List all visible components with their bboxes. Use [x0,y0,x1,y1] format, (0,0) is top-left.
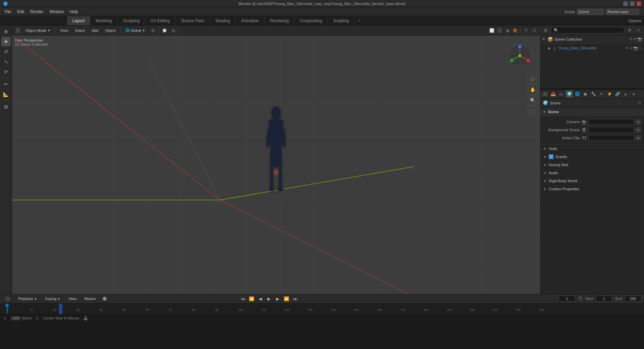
shading-solid[interactable]: ⬛ [496,27,503,34]
object-menu[interactable]: Object [102,28,118,33]
tab-add[interactable]: + [355,16,364,25]
active-clip-value[interactable] [588,135,634,141]
props-tab-world[interactable]: 🌐 [574,90,581,98]
maximize-button[interactable]: □ [630,1,635,6]
close-button[interactable]: ✕ [637,1,641,6]
hand-pan-btn[interactable]: ✋ [528,85,537,94]
select-menu[interactable]: Select [72,28,88,33]
jump-to-end-btn[interactable]: ⏭ [291,295,299,302]
pivot-icon[interactable]: ⊙ [149,27,157,34]
props-tab-data[interactable]: ▲ [622,90,629,98]
menu-render[interactable]: Render [28,9,46,15]
props-tab-scene[interactable]: 🌍 [566,90,573,98]
minimize-button[interactable]: ─ [623,1,628,6]
playback-menu[interactable]: Playback ▼ [15,296,40,301]
render-icon-coll[interactable]: 📷 [637,37,642,41]
props-header-edit[interactable]: ✏ [638,101,641,105]
camera-value[interactable] [588,119,634,125]
menu-help[interactable]: Help [67,9,81,15]
props-tab-particles[interactable]: ✦ [598,90,605,98]
tab-compositing[interactable]: Compositing [294,16,328,25]
cursor-icon-coll[interactable]: ⊕ [634,37,637,41]
overlay-icon[interactable]: ▽ [522,27,530,34]
menu-file[interactable]: File [2,9,14,15]
shading-wireframe[interactable]: ⬜ [488,27,495,34]
menu-window[interactable]: Window [47,9,66,15]
start-frame-field[interactable] [596,296,612,302]
tab-layout[interactable]: Layout [67,16,90,25]
section-units[interactable]: ▶ Units [540,145,644,153]
transform-global[interactable]: 🌐 Global ▼ [123,28,148,33]
bg-scene-edit[interactable]: ✏ [635,127,641,133]
tool-cursor[interactable]: ⊕ [1,27,11,36]
tool-measure[interactable]: 📐 [1,90,11,99]
snap-icon[interactable]: 🔲 [161,27,168,34]
end-frame-field[interactable] [625,296,641,302]
section-rigid-body[interactable]: ▶ Rigid Body World [540,177,644,185]
props-tab-viewlayer[interactable]: 🗂 [557,90,565,98]
3d-viewport[interactable]: ⬛ Object Mode ▼ View Select Add Object 🌐… [12,26,540,294]
add-menu[interactable]: Add [89,28,101,33]
section-audio[interactable]: ▶ Audio [540,169,644,177]
obj-extra-icon[interactable]: ⬡ [639,46,642,50]
gravity-checkbox[interactable]: ✓ [549,154,553,159]
active-clip-edit[interactable]: ✏ [635,135,641,141]
tool-transform[interactable]: ⟳ [1,67,11,77]
sync-indicator[interactable] [103,297,107,301]
props-tab-material[interactable]: ● [630,90,637,98]
shading-material[interactable]: ◑ [503,27,511,34]
tab-scripting[interactable]: Scripting [328,16,355,25]
tool-add[interactable]: ⊞ [1,102,11,111]
props-tab-physics[interactable]: ⚡ [606,90,613,98]
keying-menu[interactable]: Keying ▼ [43,296,63,301]
scene-collection-row[interactable]: ▼ 📦 Scene Collection 👁 ⊕ 📷 [540,35,644,44]
tab-rendering[interactable]: Rendering [265,16,294,25]
object-mode-selector[interactable]: Object Mode ▼ [23,28,53,33]
render-layer-selector[interactable]: RenderLayer [606,9,639,15]
scene-selector[interactable]: Scene [577,9,604,15]
jump-to-start-btn[interactable]: ⏮ [239,295,247,302]
view-menu-timeline[interactable]: View [66,296,79,301]
props-tab-modifier[interactable]: 🔧 [590,90,597,98]
props-tab-object[interactable]: ◼ [582,90,589,98]
section-gravity[interactable]: ▶ ✓ Gravity [540,153,644,161]
outliner-filter-icon[interactable]: ⚙ [626,27,633,34]
perspective-btn[interactable]: ⬚ [528,106,537,116]
bg-scene-value[interactable] [588,127,634,133]
options-btn[interactable]: Options [629,19,641,23]
zoom-btn[interactable]: 🔍 [528,96,537,105]
viewport-gizmo[interactable]: Z X Y [506,42,533,69]
shading-rendered[interactable]: 🔆 [511,27,519,34]
view-menu[interactable]: View [57,28,71,33]
xray-icon[interactable]: ☐ [531,27,538,34]
tool-annotate[interactable]: ✏ [1,80,11,89]
editor-type-icon[interactable]: ⬛ [14,27,21,34]
scene-section-header[interactable]: ▼ Scene [540,107,644,116]
outliner-search[interactable] [551,27,625,34]
object-item-young-man[interactable]: ▶ △ Young_Man_Silhouette 👁 ⊕ 📷 ⬡ [540,44,644,52]
props-tab-output[interactable]: 📤 [549,90,557,98]
marker-menu[interactable]: Marker [82,296,99,301]
camera-edit-btn[interactable]: ✏ [635,119,641,125]
tool-move[interactable]: ✛ [1,37,11,46]
props-tab-constraints[interactable]: 🔗 [614,90,621,98]
proportional-edit-icon[interactable]: ◎ [170,27,177,34]
tool-rotate[interactable]: ↺ [1,47,11,56]
tab-texture-paint[interactable]: Texture Paint [175,16,210,25]
next-frame-btn[interactable]: ▶ [274,295,281,302]
tab-shading[interactable]: Shading [210,16,236,25]
prev-keyframe-btn[interactable]: ⏪ [248,295,255,302]
timeline-scrubber[interactable]: 1 10 20 30 40 50 60 70 80 90 100 110 120… [0,304,644,314]
outliner-options-icon[interactable]: ≡ [635,27,642,34]
tab-sculpting[interactable]: Sculpting [118,16,145,25]
outliner-editor-icon[interactable]: ⊞ [542,27,549,34]
props-tab-render[interactable]: 🎥 [541,90,549,98]
tab-animation[interactable]: Animation [236,16,265,25]
play-btn[interactable]: ▶ [265,295,273,302]
window-controls[interactable]: ─ □ ✕ [623,1,641,6]
next-keyframe-btn[interactable]: ⏩ [283,295,290,302]
section-custom-props[interactable]: ▶ Custom Properties [540,185,644,193]
tab-modeling[interactable]: Modeling [90,16,118,25]
obj-render-icon[interactable]: 📷 [633,46,638,50]
tool-scale[interactable]: ⤡ [1,57,11,66]
